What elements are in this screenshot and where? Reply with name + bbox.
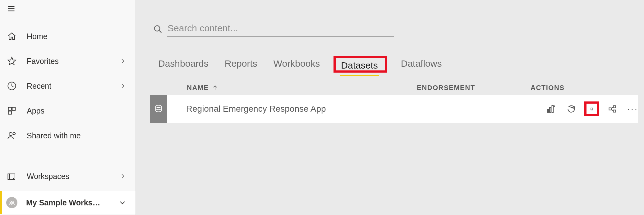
svg-point-12 bbox=[12, 201, 14, 203]
svg-point-16 bbox=[156, 105, 162, 107]
nav-apps[interactable]: Apps bbox=[0, 98, 136, 123]
workspaces-icon bbox=[7, 171, 17, 181]
tab-datasets[interactable]: Datasets bbox=[340, 59, 379, 76]
schedule-refresh-icon[interactable] bbox=[586, 104, 597, 114]
svg-rect-22 bbox=[591, 108, 593, 110]
table-header: NAME ENDORSEMENT ACTIONS bbox=[150, 84, 638, 92]
tab-workbooks[interactable]: Workbooks bbox=[272, 57, 321, 73]
svg-rect-25 bbox=[609, 108, 611, 110]
nav-label: Workspaces bbox=[27, 172, 69, 181]
nav-current-workspace[interactable]: My Sample Works… bbox=[0, 191, 136, 214]
tab-strip: Dashboards Reports Workbooks Datasets Da… bbox=[150, 57, 638, 73]
nav-label: Apps bbox=[27, 106, 44, 115]
chevron-right-icon bbox=[119, 173, 126, 180]
svg-point-8 bbox=[9, 132, 12, 136]
home-icon bbox=[7, 31, 17, 41]
create-report-icon[interactable] bbox=[545, 104, 556, 114]
hamburger-button[interactable] bbox=[0, 0, 136, 17]
nav-workspaces[interactable]: Workspaces bbox=[0, 164, 136, 189]
divider bbox=[0, 148, 136, 148]
workspace-name: My Sample Works… bbox=[26, 198, 100, 207]
nav-label: Shared with me bbox=[27, 131, 81, 140]
nav-home[interactable]: Home bbox=[0, 24, 136, 49]
clock-icon bbox=[7, 81, 17, 91]
dataset-type-icon bbox=[150, 95, 167, 123]
svg-point-11 bbox=[10, 201, 12, 203]
workspace-avatar-icon bbox=[6, 197, 17, 208]
main-content: Dashboards Reports Workbooks Datasets Da… bbox=[136, 0, 644, 215]
col-header-actions: ACTIONS bbox=[531, 84, 638, 92]
chevron-down-icon bbox=[119, 199, 126, 206]
svg-rect-10 bbox=[10, 174, 15, 180]
refresh-now-icon[interactable] bbox=[566, 104, 577, 114]
col-header-name-label: NAME bbox=[187, 84, 209, 92]
star-icon bbox=[7, 56, 17, 66]
col-header-name[interactable]: NAME bbox=[159, 84, 417, 92]
ellipsis-icon: ··· bbox=[627, 104, 638, 114]
apps-icon bbox=[7, 106, 17, 116]
svg-marker-3 bbox=[8, 57, 16, 65]
nav-favorites[interactable]: Favorites bbox=[0, 49, 136, 74]
svg-point-13 bbox=[154, 26, 160, 31]
highlight-box-tab: Datasets bbox=[335, 57, 386, 71]
nav-label: Favorites bbox=[27, 57, 59, 66]
chevron-right-icon bbox=[119, 83, 126, 89]
search-input[interactable] bbox=[167, 22, 394, 37]
row-actions: ··· bbox=[542, 104, 638, 114]
search-row bbox=[150, 22, 638, 37]
svg-rect-7 bbox=[8, 111, 12, 114]
chevron-right-icon bbox=[119, 58, 126, 65]
search-icon bbox=[153, 25, 163, 34]
nav-label: Home bbox=[27, 32, 48, 41]
more-options-button[interactable]: ··· bbox=[628, 104, 638, 114]
svg-rect-23 bbox=[614, 106, 616, 108]
left-nav: Home Favorites Recent Apps bbox=[0, 0, 136, 215]
svg-line-27 bbox=[611, 109, 614, 111]
tab-dashboards[interactable]: Dashboards bbox=[157, 57, 210, 73]
table-row[interactable]: Regional Emergency Response App ··· bbox=[150, 95, 638, 123]
hamburger-icon bbox=[7, 4, 16, 13]
nav-group: Home Favorites Recent Apps bbox=[0, 17, 136, 148]
sort-asc-icon bbox=[212, 85, 218, 91]
svg-rect-24 bbox=[614, 110, 616, 112]
col-header-endorsement[interactable]: ENDORSEMENT bbox=[417, 84, 531, 92]
svg-rect-18 bbox=[550, 107, 551, 112]
nav-label: Recent bbox=[27, 82, 51, 91]
svg-rect-17 bbox=[547, 109, 549, 112]
nav-recent[interactable]: Recent bbox=[0, 74, 136, 98]
svg-line-26 bbox=[611, 107, 614, 109]
svg-rect-19 bbox=[552, 105, 553, 113]
dataset-name[interactable]: Regional Emergency Response App bbox=[167, 104, 433, 114]
share-icon[interactable] bbox=[607, 104, 618, 114]
svg-rect-6 bbox=[12, 107, 15, 110]
svg-point-9 bbox=[13, 132, 16, 135]
tab-dataflows[interactable]: Dataflows bbox=[400, 57, 443, 73]
nav-shared[interactable]: Shared with me bbox=[0, 123, 136, 148]
tab-reports[interactable]: Reports bbox=[223, 57, 259, 73]
svg-line-14 bbox=[159, 30, 162, 33]
people-icon bbox=[7, 131, 17, 141]
svg-rect-5 bbox=[8, 107, 12, 110]
